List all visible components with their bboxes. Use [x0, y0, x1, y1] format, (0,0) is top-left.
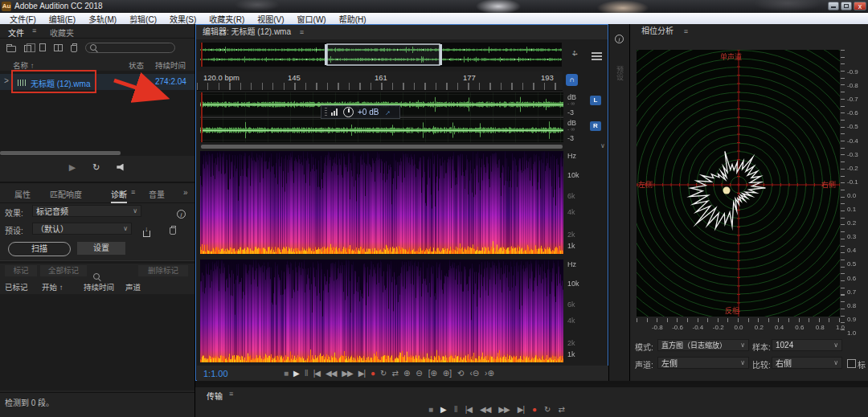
- record-button[interactable]: ●: [371, 369, 375, 378]
- menu-item-7[interactable]: 窗口(W): [291, 13, 333, 25]
- zoom-out-left-button[interactable]: ‹⊖: [469, 369, 479, 378]
- compare-dropdown[interactable]: 右侧∨: [772, 357, 842, 369]
- transport-panel-menu-icon[interactable]: ≡: [229, 390, 233, 398]
- left-channel-button[interactable]: L: [590, 96, 601, 105]
- phase-panel-header[interactable]: 相位分析 ≡: [630, 24, 868, 39]
- zoom-reset-button[interactable]: ⟲: [457, 369, 464, 378]
- settings-button[interactable]: 设置: [77, 242, 125, 255]
- right-channel-button[interactable]: R: [590, 121, 601, 131]
- menu-item-0[interactable]: 文件(F): [3, 13, 43, 25]
- record-button[interactable]: ●: [532, 405, 536, 414]
- expand-chevron-icon[interactable]: >: [4, 76, 9, 85]
- skip-selection-button[interactable]: ⇄: [558, 405, 563, 414]
- gain-hud[interactable]: +0 dB →: [321, 105, 400, 119]
- delete-marks-button[interactable]: 删除标记: [138, 265, 188, 276]
- diagnostics-panel-menu-icon[interactable]: ≡: [131, 188, 135, 196]
- monitor-icon[interactable]: ∩: [566, 74, 578, 86]
- maximize-button[interactable]: [841, 2, 852, 10]
- tab-properties[interactable]: 属性: [14, 188, 31, 200]
- col-marked[interactable]: 已标记: [5, 281, 28, 292]
- media-browser-icon[interactable]: [54, 44, 63, 51]
- zoom-in-time-button[interactable]: ⊕: [403, 369, 410, 378]
- preview-loop-icon[interactable]: ↻: [92, 162, 99, 173]
- auto-play-speaker-icon[interactable]: [117, 164, 125, 171]
- editor-header[interactable]: 编辑器: 无标题 (12).wma ≡: [196, 25, 608, 39]
- hud-grip-icon[interactable]: [325, 108, 327, 117]
- results-list[interactable]: [0, 294, 194, 390]
- loop-playback-button[interactable]: ↻: [544, 405, 550, 414]
- menu-item-8[interactable]: 帮助(H): [333, 13, 373, 25]
- column-duration[interactable]: 持续时间: [155, 59, 186, 71]
- move-to-start-button[interactable]: |◀: [465, 405, 472, 414]
- column-status[interactable]: 状态: [129, 59, 144, 71]
- delete-preset-icon[interactable]: [170, 227, 176, 235]
- stop-button[interactable]: ■: [428, 405, 432, 414]
- play-button[interactable]: ▶: [293, 369, 299, 378]
- channel-dropdown[interactable]: 左侧∨: [657, 357, 749, 369]
- phase-panel-menu-icon[interactable]: ≡: [684, 27, 688, 35]
- mode-dropdown[interactable]: 直方图（日志缩放）∨: [657, 339, 749, 351]
- transport-panel-title[interactable]: 传输: [207, 390, 223, 402]
- scale-caret-icon[interactable]: ∨: [600, 142, 605, 149]
- menu-item-5[interactable]: 收藏夹(R): [203, 13, 251, 25]
- col-start[interactable]: 开始 ↑: [42, 281, 63, 292]
- editor-scrollbar[interactable]: [201, 145, 563, 149]
- sample-dropdown[interactable]: 1024∨: [772, 339, 842, 351]
- loop-playback-button[interactable]: ↻: [380, 369, 386, 378]
- fast-forward-button[interactable]: ▶▶: [342, 369, 352, 378]
- pause-button[interactable]: Ⅱ: [305, 369, 308, 378]
- tab-files[interactable]: 文件: [8, 27, 24, 39]
- menu-item-3[interactable]: 剪辑(C): [123, 13, 163, 25]
- close-button[interactable]: x: [854, 2, 866, 10]
- overview-waveform-canvas[interactable]: [200, 43, 562, 67]
- gain-knob-icon[interactable]: [343, 107, 354, 117]
- horizontal-scrollbar[interactable]: [0, 151, 121, 155]
- tab-favorites[interactable]: 收藏夹: [50, 27, 74, 39]
- zoom-in-right-button[interactable]: ›⊕: [485, 369, 494, 378]
- overview-list-icon[interactable]: [592, 52, 602, 60]
- tab-diagnostics[interactable]: 诊断: [111, 188, 127, 203]
- menu-item-4[interactable]: 效果(S): [163, 13, 203, 25]
- panel-splitter[interactable]: [0, 260, 194, 264]
- tab-match-loudness[interactable]: 匹配响度: [50, 188, 82, 200]
- minimize-button[interactable]: [828, 2, 839, 10]
- preview-play-icon[interactable]: ▶: [69, 162, 75, 173]
- title-bar[interactable]: Au Adobe Audition CC 2018 x: [0, 0, 868, 13]
- gain-value[interactable]: +0 dB: [358, 108, 379, 117]
- files-panel-menu-icon[interactable]: ≡: [32, 27, 36, 35]
- zoom-in-inpoint-button[interactable]: [⊕: [428, 369, 437, 378]
- menu-item-2[interactable]: 多轨(M): [82, 13, 123, 25]
- move-to-start-button[interactable]: |◀: [313, 369, 320, 378]
- info-icon[interactable]: i: [177, 210, 186, 219]
- zoom-in-outpoint-button[interactable]: ⊕]: [443, 369, 452, 378]
- spectrogram-right-canvas[interactable]: [200, 260, 563, 362]
- collapsed-preset-label[interactable]: 预设: [615, 66, 625, 80]
- tab-overflow-chevron[interactable]: »: [183, 188, 188, 197]
- skip-selection-button[interactable]: ⇄: [391, 369, 397, 378]
- import-media-icon[interactable]: [24, 45, 31, 52]
- new-file-icon[interactable]: [39, 43, 46, 51]
- menu-item-1[interactable]: 编辑(E): [43, 13, 82, 25]
- mark-button[interactable]: 标记: [5, 265, 37, 276]
- search-markers-icon[interactable]: [93, 273, 100, 280]
- pin-icon[interactable]: →: [381, 106, 393, 118]
- move-to-end-button[interactable]: ▶|: [358, 369, 365, 378]
- rewind-button[interactable]: ◀◀: [326, 369, 336, 378]
- pause-button[interactable]: Ⅱ: [454, 405, 457, 414]
- col-channel[interactable]: 声道: [125, 281, 141, 292]
- column-name[interactable]: 名称 ↑: [13, 59, 34, 71]
- fast-forward-button[interactable]: ▶▶: [498, 405, 509, 414]
- move-to-end-button[interactable]: ▶|: [518, 405, 524, 414]
- timeline-ruler[interactable]: 120.0 bpm145161177193: [197, 72, 563, 91]
- trash-icon[interactable]: [71, 45, 77, 52]
- preset-dropdown[interactable]: （默认）∨: [32, 223, 132, 235]
- tab-volume[interactable]: 音量: [149, 188, 165, 200]
- col-duration[interactable]: 持续时间: [84, 281, 114, 292]
- rewind-button[interactable]: ◀◀: [480, 405, 490, 414]
- open-file-icon[interactable]: [6, 46, 16, 52]
- search-field[interactable]: [85, 43, 175, 53]
- selection-view-time[interactable]: 1:1.00: [203, 369, 284, 378]
- play-button[interactable]: ▶: [440, 405, 446, 414]
- info-icon[interactable]: i: [615, 35, 624, 43]
- stop-button[interactable]: ■: [284, 369, 288, 378]
